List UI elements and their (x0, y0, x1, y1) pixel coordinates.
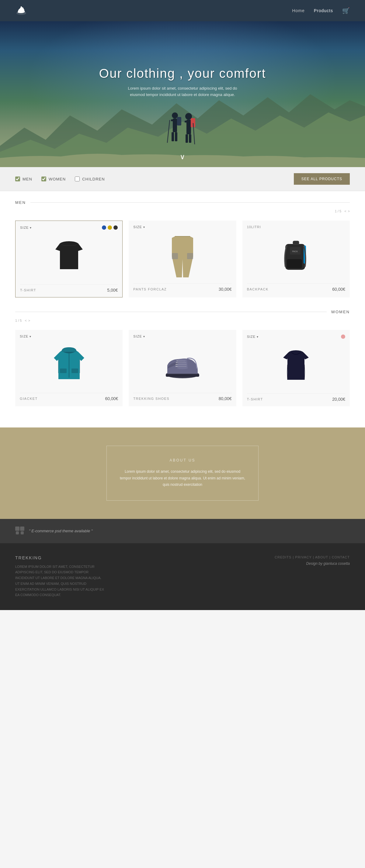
shoes-image-area (133, 341, 231, 390)
filter-men[interactable]: MEN (15, 177, 32, 181)
svg-rect-15 (186, 134, 188, 143)
cart-icon[interactable]: 🛒 (342, 7, 350, 14)
navbar: Home Products 🛒 (0, 0, 365, 21)
product-card-jacket[interactable]: SIZE (15, 330, 122, 406)
svg-rect-42 (21, 531, 24, 534)
footer-brand: TREKKING (15, 555, 107, 560)
tshirt-color-dots (102, 225, 118, 230)
shoes-size-selector[interactable]: SIZE (133, 335, 145, 338)
womens-tshirt-image-area (247, 342, 345, 391)
footer-links[interactable]: CREDITS | PRIVACY | ABOUT | CONTACT (275, 555, 350, 559)
jacket-card-top: SIZE (20, 335, 118, 338)
logo-icon (15, 5, 27, 17)
footer-description: LOREM IPSUM DOLOR SIT AMET, CONSECTETUR … (15, 564, 107, 598)
men-title: MEN (15, 200, 26, 205)
womens-tshirt-size-selector[interactable]: SIZE (247, 335, 258, 338)
pants-image (170, 235, 195, 277)
footer: TREKKING LOREM IPSUM DOLOR SIT AMET, CON… (0, 543, 365, 610)
pants-image-area (133, 232, 231, 280)
hero-content: Our clothing , your comfort Lorem ipsum … (99, 66, 266, 98)
svg-rect-38 (166, 374, 199, 377)
men-divider (30, 202, 350, 203)
women-next[interactable]: > (28, 319, 30, 322)
color-dot-pink[interactable] (341, 335, 345, 339)
svg-rect-5 (171, 119, 175, 121)
nav-products[interactable]: Products (314, 8, 333, 13)
womens-tshirt-footer: T-SHIRT 20,00€ (247, 394, 345, 402)
filter-children[interactable]: CHILDREN (75, 177, 105, 181)
children-checkbox[interactable] (75, 177, 80, 181)
children-label: CHILDREN (82, 177, 105, 181)
hikers-silhouette (158, 108, 207, 150)
men-product-grid: SIZE T-SHIRT 5,00€ (15, 221, 350, 298)
logo[interactable] (15, 5, 27, 17)
hero-chevron[interactable]: ∨ (180, 153, 185, 161)
svg-text:PACK: PACK (292, 250, 298, 252)
product-card-pants[interactable]: SIZE PANTS FORCLAZ 30,00€ (129, 221, 236, 298)
shoes-name: TREKKING SHOES (133, 397, 169, 400)
nav-home[interactable]: Home (292, 8, 305, 13)
filter-women[interactable]: WOMEN (41, 177, 66, 181)
men-checkbox[interactable] (15, 177, 20, 181)
pants-footer: PANTS FORCLAZ 30,00€ (133, 283, 231, 292)
backpack-card-top: 10LITRI (247, 225, 345, 229)
svg-rect-20 (187, 253, 193, 259)
women-prev[interactable]: < (25, 319, 26, 322)
men-section: MEN 1 / 5 < > SIZE (15, 200, 350, 298)
jacket-image (52, 346, 86, 385)
svg-rect-31 (60, 369, 66, 373)
pants-size-selector[interactable]: SIZE (133, 225, 145, 229)
womens-tshirt-color-dots (341, 335, 345, 339)
main-content: MEN 1 / 5 < > SIZE (0, 191, 365, 428)
about-text: Lorem ipsum dolor sit amet, consectetur … (119, 468, 246, 488)
backpack-image: PACK (281, 236, 311, 276)
women-checkbox[interactable] (41, 177, 46, 181)
svg-rect-9 (177, 117, 181, 125)
backpack-footer: BACKPACK 60,00€ (247, 283, 345, 292)
tshirt-footer: T-SHIRT 5,00€ (20, 284, 118, 292)
about-title: ABOUT US (119, 458, 246, 462)
womens-tshirt-card-top: SIZE (247, 335, 345, 339)
filter-bar: MEN WOMEN CHILDREN SEE ALL PRODUCTS (0, 167, 365, 191)
women-pagination: 1 / 5 < > (15, 319, 30, 322)
backpack-image-area: PACK (247, 232, 345, 280)
men-page-info: 1 / 5 (335, 209, 341, 213)
svg-rect-16 (189, 134, 191, 143)
hero-title: Our clothing , your comfort (99, 66, 266, 81)
men-prev[interactable]: < (344, 209, 346, 213)
see-all-button[interactable]: SEE ALL PRODUCTS (294, 173, 350, 185)
svg-line-10 (167, 120, 170, 143)
womens-tshirt-image (281, 348, 311, 384)
jacket-footer: GIACKET 60,00€ (20, 393, 118, 401)
product-card-shoes[interactable]: SIZE (129, 330, 236, 406)
color-dot-yellow[interactable] (108, 225, 112, 230)
jacket-size-selector[interactable]: SIZE (20, 335, 31, 338)
backpack-name: BACKPACK (247, 287, 269, 291)
product-card-tshirt[interactable]: SIZE T-SHIRT 5,00€ (15, 221, 122, 298)
svg-rect-39 (15, 527, 20, 531)
tshirt-size-selector[interactable]: SIZE (20, 226, 32, 229)
quote-text: " E-commerce psd theme available " (29, 529, 92, 533)
product-card-womens-tshirt[interactable]: SIZE T (243, 330, 350, 406)
svg-rect-7 (172, 132, 174, 141)
nav-links: Home Products 🛒 (292, 7, 350, 14)
svg-rect-32 (72, 369, 78, 373)
color-dot-black[interactable] (113, 225, 118, 230)
backpack-capacity: 10LITRI (247, 225, 261, 229)
men-section-header: MEN (15, 200, 350, 205)
footer-right: CREDITS | PRIVACY | ABOUT | CONTACT Desi… (275, 555, 350, 566)
tshirt-image (54, 239, 84, 275)
filter-checkboxes: MEN WOMEN CHILDREN (15, 177, 105, 181)
color-dot-blue[interactable] (102, 225, 106, 230)
svg-rect-23 (293, 241, 299, 245)
men-next[interactable]: > (348, 209, 350, 213)
men-label: MEN (23, 177, 32, 181)
svg-rect-19 (172, 253, 178, 259)
product-card-backpack[interactable]: 10LITRI (243, 221, 350, 298)
about-box: ABOUT US Lorem ipsum dolor sit amet, con… (107, 446, 258, 501)
pants-name: PANTS FORCLAZ (133, 287, 167, 291)
hero-section: Our clothing , your comfort Lorem ipsum … (0, 21, 365, 167)
quote-section: " E-commerce psd theme available " (0, 519, 365, 543)
womens-tshirt-price: 20,00€ (332, 397, 345, 402)
women-section: WOMEN 1 / 5 < > SIZE (15, 310, 350, 406)
